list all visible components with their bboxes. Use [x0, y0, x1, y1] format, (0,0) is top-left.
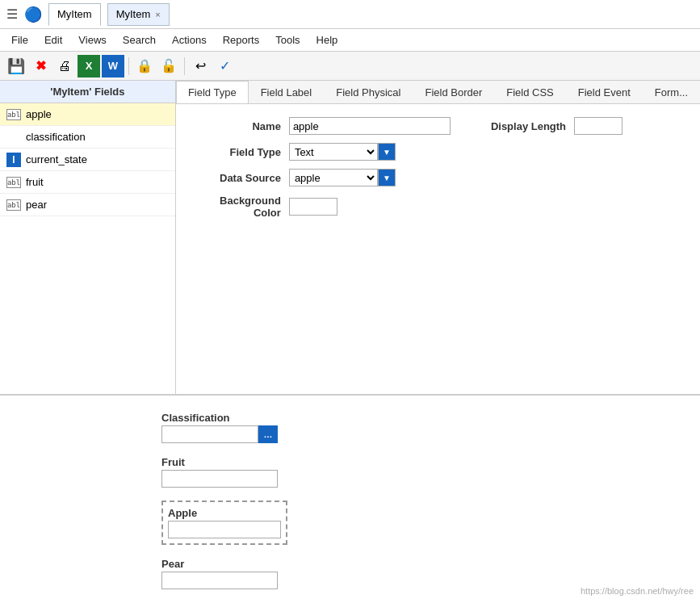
- unlock-button[interactable]: 🔓: [157, 55, 180, 77]
- menu-bar: File Edit Views Search Actions Reports T…: [0, 29, 700, 52]
- tab-field-event[interactable]: Field Event: [566, 81, 643, 103]
- display-length-input[interactable]: [574, 117, 622, 135]
- classification-label: Classification: [161, 412, 700, 424]
- title-bar: ☰ 🔵 MyItem MyItem ×: [0, 0, 700, 29]
- classification-browse-button[interactable]: …: [258, 425, 278, 443]
- confirm-button[interactable]: ✓: [213, 55, 236, 77]
- tab-form[interactable]: Form...: [643, 81, 700, 103]
- sidebar-item-apple[interactable]: abl apple: [0, 103, 175, 126]
- tab-field-physical[interactable]: Field Physical: [324, 81, 413, 103]
- top-panel: 'MyItem' Fields abl apple classification…: [0, 81, 700, 396]
- sidebar-header: 'MyItem' Fields: [0, 81, 175, 103]
- apple-dashed-box: Apple: [161, 501, 287, 545]
- sidebar-item-pear[interactable]: abl pear: [0, 194, 175, 216]
- field-type-content: Name Display Length Field Type Text ▼: [176, 104, 700, 394]
- tab-field-label[interactable]: Field Label: [249, 81, 325, 103]
- menu-tools[interactable]: Tools: [267, 31, 308, 49]
- sidebar-item-current-state[interactable]: I current_state: [0, 149, 175, 171]
- bg-color-row: Background Color: [192, 195, 684, 219]
- menu-reports[interactable]: Reports: [215, 31, 268, 49]
- abl-icon-pear: abl: [6, 199, 21, 211]
- menu-actions[interactable]: Actions: [164, 31, 215, 49]
- sidebar-item-fruit[interactable]: abl fruit: [0, 171, 175, 194]
- tab-bar: Field Type Field Label Field Physical Fi…: [176, 81, 700, 104]
- bg-color-input[interactable]: [289, 198, 337, 216]
- data-source-select[interactable]: apple: [289, 169, 378, 186]
- fields-sidebar: 'MyItem' Fields abl apple classification…: [0, 81, 176, 394]
- delete-button[interactable]: ✖: [29, 55, 52, 77]
- menu-search[interactable]: Search: [115, 31, 164, 49]
- app-icon: 🔵: [24, 6, 42, 23]
- print-button[interactable]: 🖨: [53, 55, 76, 77]
- pear-section: Pear: [161, 558, 700, 589]
- data-source-dropdown-arrow[interactable]: ▼: [378, 169, 396, 186]
- classification-input-wrap: …: [161, 425, 700, 443]
- tab-label: MyItem: [57, 8, 92, 20]
- watermark: https://blog.csdn.net/hwy/ree: [581, 586, 694, 596]
- name-input[interactable]: [289, 117, 451, 135]
- fruit-section: Fruit: [161, 456, 700, 488]
- apple-label: Apple: [168, 507, 281, 519]
- sidebar-label-classification: classification: [26, 131, 86, 143]
- tab-myitem-1[interactable]: MyItem: [48, 3, 101, 26]
- menu-edit[interactable]: Edit: [36, 31, 70, 49]
- sidebar-item-classification[interactable]: classification: [0, 126, 175, 149]
- pear-label: Pear: [161, 558, 700, 570]
- data-source-row: Data Source apple ▼: [192, 169, 684, 186]
- apple-section: Apple: [161, 501, 700, 545]
- tab-close-icon[interactable]: ×: [155, 10, 160, 19]
- save-button[interactable]: 💾: [5, 55, 27, 77]
- state-icon: I: [6, 153, 21, 167]
- fruit-label: Fruit: [161, 456, 700, 468]
- right-panel: Field Type Field Label Field Physical Fi…: [176, 81, 700, 394]
- sidebar-label-apple: apple: [26, 108, 52, 120]
- hamburger-menu[interactable]: ☰: [6, 6, 18, 22]
- field-type-dropdown-arrow[interactable]: ▼: [378, 143, 396, 161]
- toolbar: 💾 ✖ 🖨 X W 🔒 🔓 ↩ ✓: [0, 52, 700, 81]
- classification-input[interactable]: [161, 425, 258, 443]
- excel-button[interactable]: X: [78, 55, 100, 77]
- toolbar-separator-1: [128, 57, 129, 75]
- menu-views[interactable]: Views: [70, 31, 114, 49]
- data-source-label: Data Source: [192, 172, 281, 184]
- main-layout: 'MyItem' Fields abl apple classification…: [0, 81, 700, 599]
- data-source-select-wrap: apple ▼: [289, 169, 396, 186]
- field-type-select[interactable]: Text: [289, 143, 378, 161]
- tab-myitem-2[interactable]: MyItem ×: [107, 3, 170, 26]
- fruit-input[interactable]: [161, 470, 278, 488]
- bg-color-label: Background Color: [192, 195, 281, 219]
- classification-section: Classification …: [161, 412, 700, 443]
- pear-input[interactable]: [161, 572, 278, 589]
- toolbar-separator-2: [184, 57, 185, 75]
- tab-label-2: MyItem: [116, 8, 151, 20]
- field-type-row: Field Type Text ▼: [192, 143, 684, 161]
- apple-input[interactable]: [168, 521, 281, 538]
- abl-icon: abl: [6, 109, 21, 120]
- sidebar-label-pear: pear: [26, 199, 47, 211]
- name-row: Name Display Length: [192, 117, 684, 135]
- sidebar-label-fruit: fruit: [26, 176, 44, 188]
- tab-field-border[interactable]: Field Border: [413, 81, 494, 103]
- lock-button[interactable]: 🔒: [133, 55, 156, 77]
- menu-file[interactable]: File: [3, 31, 36, 49]
- field-type-label: Field Type: [192, 146, 281, 158]
- name-label: Name: [192, 120, 281, 132]
- menu-help[interactable]: Help: [308, 31, 346, 49]
- tab-field-type[interactable]: Field Type: [176, 81, 249, 104]
- sidebar-label-current-state: current_state: [26, 153, 87, 165]
- field-type-select-wrap: Text ▼: [289, 143, 396, 161]
- abl-icon-fruit: abl: [6, 177, 21, 188]
- tab-field-css[interactable]: Field CSS: [494, 81, 566, 103]
- display-length-label: Display Length: [491, 120, 566, 132]
- bottom-panel: Classification … Fruit Apple Pear: [0, 396, 700, 599]
- word-button[interactable]: W: [102, 55, 124, 77]
- undo-button[interactable]: ↩: [189, 55, 212, 77]
